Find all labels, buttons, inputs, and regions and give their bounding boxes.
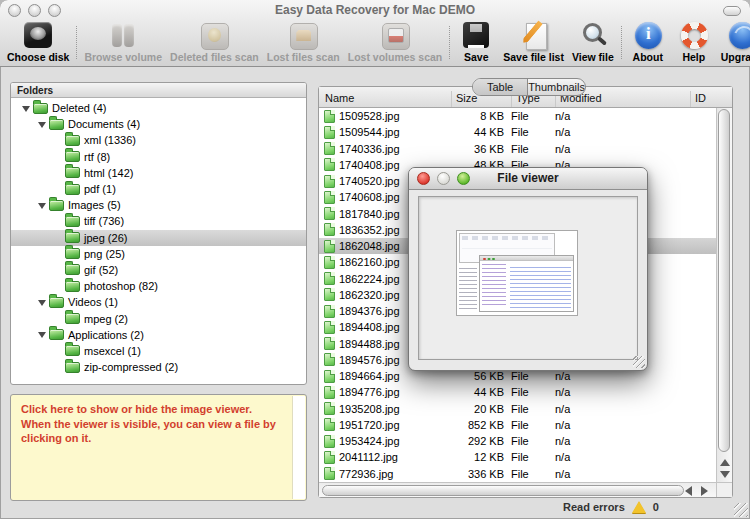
scroll-up-arrow-icon[interactable] xyxy=(720,459,730,466)
file-icon xyxy=(324,158,335,171)
folder-label: mpeg (2) xyxy=(84,313,128,325)
column-header-id[interactable]: ID xyxy=(690,91,732,107)
toolbar-button[interactable]: Help xyxy=(671,21,717,63)
file-modified: n/a xyxy=(555,126,690,138)
file-icon xyxy=(324,467,335,480)
file-name: 1894488.jpg xyxy=(339,338,400,350)
toolbar-button[interactable]: Upgrade xyxy=(717,21,750,63)
folder-tree-item[interactable]: mpeg (2) xyxy=(11,310,306,326)
tab-thumbnails[interactable]: Thumbnails xyxy=(528,79,585,95)
column-header-name[interactable]: Name xyxy=(319,91,451,107)
folders-panel: Folders Deleted (4) Documents (4) xml (1… xyxy=(10,82,307,385)
folder-tree-item[interactable]: html (142) xyxy=(11,165,306,181)
folder-tree-item[interactable]: zip-compressed (2) xyxy=(11,359,306,375)
toolbar-button[interactable]: About xyxy=(625,21,671,63)
file-size: 336 KB xyxy=(451,468,511,480)
file-modified: n/a xyxy=(555,143,690,155)
toolbar-button-label: View file xyxy=(572,51,614,63)
file-type: File xyxy=(511,110,555,122)
folder-tree-item[interactable]: Applications (2) xyxy=(11,327,306,343)
folder-tree-item[interactable]: Videos (1) xyxy=(11,294,306,310)
toolbar-button[interactable]: Choose disk xyxy=(3,21,73,63)
folder-label: jpeg (26) xyxy=(84,232,127,244)
folder-tree-item[interactable]: Documents (4) xyxy=(11,116,306,132)
titlebar[interactable]: Easy Data Recovery for Mac DEMO xyxy=(0,0,750,20)
horizontal-scrollbar[interactable] xyxy=(319,482,716,497)
toolbar-toggle-pill[interactable] xyxy=(723,6,741,16)
toolbar-button[interactable]: Deleted files scan xyxy=(166,21,263,63)
thumbnail-window-b-titlebar xyxy=(480,256,573,261)
folder-icon xyxy=(65,248,80,259)
table-row[interactable]: 1894776.jpg 44 KB File n/a xyxy=(319,384,716,400)
toolbar-button[interactable]: View file xyxy=(568,21,618,63)
file-name: 1836352.jpg xyxy=(339,224,400,236)
disclosure-triangle-icon[interactable] xyxy=(37,297,48,308)
toolbar-button-label: Lost files scan xyxy=(267,51,340,63)
folder-icon xyxy=(65,345,80,356)
file-name: 1862224.jpg xyxy=(339,273,400,285)
toolbar-button-label: Help xyxy=(682,51,705,63)
viewer-toggle-note-panel[interactable]: Click here to show or hide the image vie… xyxy=(10,394,307,501)
table-row[interactable]: 1509544.jpg 44 KB File n/a xyxy=(319,124,716,140)
folder-icon xyxy=(65,216,80,227)
status-bar: Read errors 0 xyxy=(563,501,659,513)
folder-label: Applications (2) xyxy=(68,329,144,341)
thumbnail-window-b-body xyxy=(482,263,571,309)
folder-tree-item[interactable]: gif (52) xyxy=(11,262,306,278)
table-row[interactable]: 772936.jpg 336 KB File n/a xyxy=(319,466,716,482)
toolbar-button[interactable]: Save xyxy=(453,21,499,63)
toolbar-button[interactable]: Save file list xyxy=(499,21,568,63)
folder-tree-item[interactable]: xml (1336) xyxy=(11,132,306,148)
folder-tree-item[interactable]: Images (5) xyxy=(11,197,306,213)
window-resize-grip[interactable] xyxy=(734,503,748,517)
file-name: 1951720.jpg xyxy=(339,419,400,431)
file-viewer-resize-grip[interactable] xyxy=(633,356,645,368)
disclosure-triangle-icon[interactable] xyxy=(21,103,32,114)
table-row[interactable]: 1740336.jpg 36 KB File n/a xyxy=(319,141,716,157)
disclosure-triangle-icon[interactable] xyxy=(37,200,48,211)
file-icon xyxy=(324,321,335,334)
toolbar-group: About Help Upgrade Search xyxy=(625,21,750,63)
file-viewer-window[interactable]: File viewer xyxy=(408,167,648,371)
table-row[interactable]: 1935208.jpg 20 KB File n/a xyxy=(319,401,716,417)
file-modified: n/a xyxy=(555,370,690,382)
toolbar-button-label: Browse volume xyxy=(84,51,162,63)
disclosure-triangle-icon[interactable] xyxy=(37,329,48,340)
folder-tree-item[interactable]: pdf (1) xyxy=(11,181,306,197)
scroll-left-arrow-icon[interactable] xyxy=(685,486,692,496)
file-type: File xyxy=(511,126,555,138)
folder-tree-item[interactable]: Deleted (4) xyxy=(11,100,306,116)
file-icon xyxy=(324,337,335,350)
folder-tree-item[interactable]: png (25) xyxy=(11,246,306,262)
file-type: File xyxy=(511,435,555,447)
folder-tree-item[interactable]: tiff (736) xyxy=(11,213,306,229)
tab-table[interactable]: Table xyxy=(473,79,528,95)
vertical-scrollbar[interactable] xyxy=(716,108,732,482)
horizontal-scrollbar-thumb[interactable] xyxy=(322,485,684,496)
table-row[interactable]: 1509528.jpg 8 KB File n/a xyxy=(319,108,716,124)
disclosure-triangle-icon[interactable] xyxy=(37,119,48,130)
scroll-right-arrow-icon[interactable] xyxy=(701,486,708,496)
folder-label: xml (1336) xyxy=(84,134,136,146)
scroll-down-arrow-icon[interactable] xyxy=(720,471,730,478)
vertical-scrollbar-thumb[interactable] xyxy=(718,109,730,452)
table-row[interactable]: 1951720.jpg 852 KB File n/a xyxy=(319,417,716,433)
file-icon xyxy=(324,418,335,431)
toolbar-button[interactable]: Browse volume xyxy=(80,21,166,63)
note-scrollbar-track[interactable] xyxy=(292,396,305,499)
file-viewer-titlebar[interactable]: File viewer xyxy=(409,168,647,190)
folder-tree-item[interactable]: rtf (8) xyxy=(11,149,306,165)
folder-label: gif (52) xyxy=(84,264,118,276)
file-size: 44 KB xyxy=(451,126,511,138)
file-type: File xyxy=(511,468,555,480)
toolbar-button-label: Upgrade xyxy=(721,51,750,63)
toolbar-button[interactable]: Lost files scan xyxy=(263,21,344,63)
folder-label: png (25) xyxy=(84,248,125,260)
folder-tree-item[interactable]: msexcel (1) xyxy=(11,343,306,359)
table-row[interactable]: 1953424.jpg 292 KB File n/a xyxy=(319,433,716,449)
folder-tree-item[interactable]: jpeg (26) xyxy=(11,230,306,246)
folder-tree-item[interactable]: photoshop (82) xyxy=(11,278,306,294)
table-row[interactable]: 2041112.jpg 12 KB File n/a xyxy=(319,449,716,465)
window-chrome: Easy Data Recovery for Mac DEMO Choose d… xyxy=(0,0,750,67)
toolbar-button[interactable]: Lost volumes scan xyxy=(344,21,447,63)
